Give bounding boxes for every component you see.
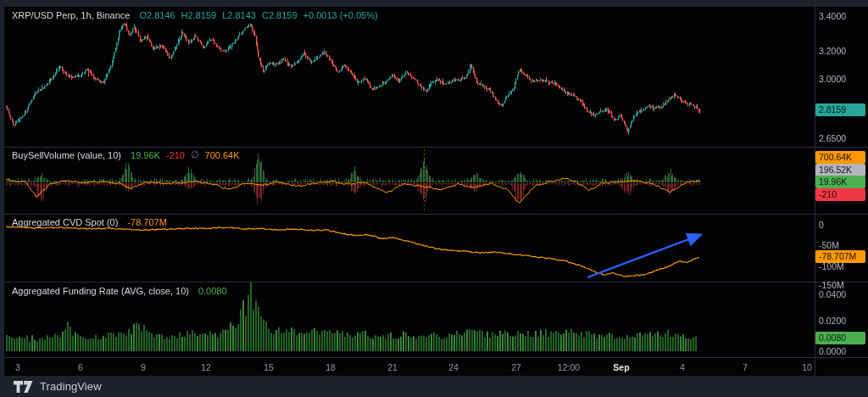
tradingview-logo-icon[interactable] <box>14 381 33 393</box>
tradingview-chart-window: XRP/USD Perp, 1h, BinanceO2.8146H2.8159L… <box>0 0 868 397</box>
axis-value-badge: 700.64K <box>815 151 865 164</box>
watermark-label[interactable]: TradingView <box>40 380 102 393</box>
axis-value-badge: 19.96K <box>815 176 865 188</box>
axis-value-badge: 196.52K <box>815 164 865 176</box>
axis-value-badge: 0.0080 <box>815 332 865 344</box>
arrow-icon[interactable] <box>587 235 700 277</box>
trend-arrow-annotation[interactable] <box>0 0 868 397</box>
axis-value-badge: -78.707M <box>815 250 865 263</box>
axis-value-badge: -210 <box>815 188 865 201</box>
axis-value-badge: 2.8159 <box>815 103 865 116</box>
bottom-toolbar: TradingView <box>0 376 868 397</box>
